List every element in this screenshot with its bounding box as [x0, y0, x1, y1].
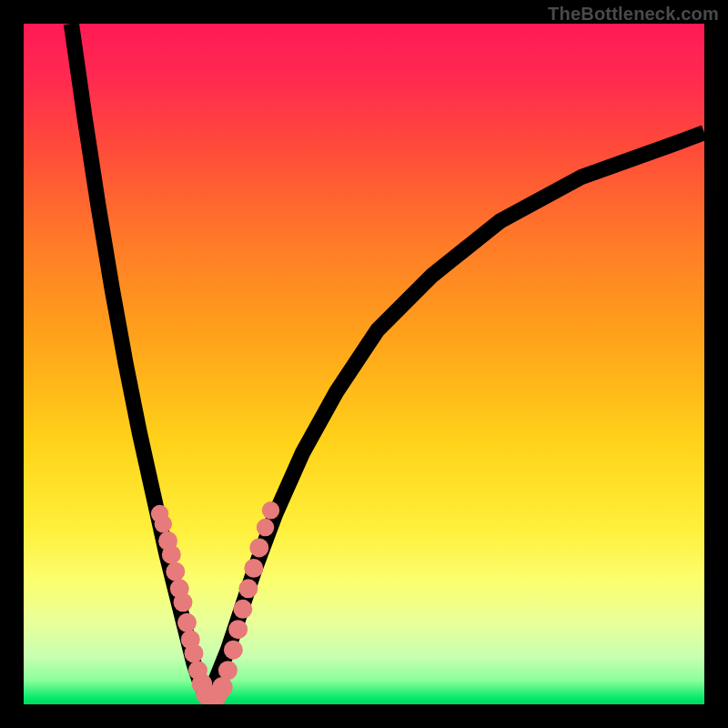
data-marker [244, 559, 263, 578]
data-marker [155, 515, 172, 532]
curve-svg [24, 24, 704, 704]
data-marker [185, 643, 204, 662]
data-marker [228, 620, 248, 639]
data-marker [224, 641, 243, 660]
watermark-text: TheBottleneck.com [548, 4, 719, 25]
data-marker [174, 592, 193, 612]
curve-right [206, 133, 704, 696]
data-marker [238, 579, 258, 598]
data-marker [162, 545, 181, 564]
data-marker [212, 677, 232, 697]
data-marker [257, 519, 274, 536]
plot-area [24, 24, 704, 704]
data-marker [166, 562, 185, 581]
data-marker [249, 538, 268, 557]
data-marker [177, 613, 197, 632]
data-marker [218, 661, 238, 680]
data-marker [262, 501, 279, 519]
chart-frame: TheBottleneck.com [0, 0, 728, 728]
data-marker [233, 600, 252, 619]
